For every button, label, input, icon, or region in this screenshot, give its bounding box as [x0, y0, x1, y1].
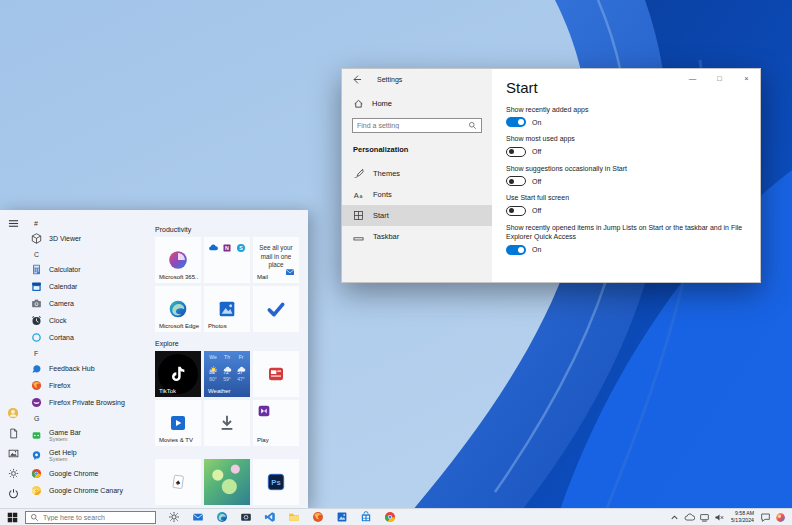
tray-volume[interactable] [712, 512, 727, 523]
settings-search-box[interactable] [352, 118, 482, 133]
settings-search-input[interactable] [357, 122, 457, 129]
search-icon [30, 513, 39, 522]
settings-nav-fonts[interactable]: AaFonts [342, 184, 492, 205]
hamburger-icon [8, 218, 19, 229]
tile-office-apps[interactable]: NS [204, 237, 250, 283]
tile-photoshop-express[interactable]: Ps [253, 459, 299, 505]
rail-pictures-button[interactable] [8, 448, 19, 459]
clockapp-icon [31, 315, 42, 326]
svg-text:Ps: Ps [271, 478, 280, 487]
app-item-calendar[interactable]: Calendar [26, 278, 150, 295]
gear-icon [8, 468, 19, 479]
news-interests-icon [775, 512, 786, 523]
settings-nav-start[interactable]: Start [342, 205, 492, 226]
taskbar-edge-button[interactable] [210, 511, 234, 523]
toggle-switch[interactable] [506, 206, 526, 216]
taskbar-firefox-button[interactable] [306, 511, 330, 523]
back-icon[interactable] [351, 74, 362, 85]
app-item-cortana[interactable]: Cortana [26, 329, 150, 346]
clock-date: 5/13/2024 [731, 517, 754, 524]
tray-onedrive[interactable] [682, 512, 697, 523]
app-item-feedback-hub[interactable]: Feedback Hub [26, 360, 150, 377]
app-item-clock[interactable]: Clock [26, 312, 150, 329]
tile-game-art[interactable] [204, 459, 250, 505]
account-icon [7, 407, 19, 419]
rail-account-button[interactable] [7, 407, 19, 419]
close-button[interactable]: × [733, 69, 760, 89]
tile-play[interactable]: Play [253, 400, 299, 446]
todo-icon [266, 299, 286, 319]
taskbar-clock[interactable]: 9:58 AM5/13/2024 [731, 510, 754, 524]
tray-network[interactable] [697, 512, 712, 523]
sidebar-item-home[interactable]: Home [353, 98, 492, 109]
solitaire-icon: ♠ [168, 472, 188, 492]
taskbar-search-box[interactable] [25, 511, 156, 524]
settings-window: Settings Home Personalization ThemesAaFo… [341, 68, 761, 283]
app-item-firefox-private-browsing[interactable]: Firefox Private Browsing [26, 394, 150, 411]
rail-settings-button[interactable] [8, 468, 19, 479]
app-item-firefox[interactable]: Firefox [26, 377, 150, 394]
minimize-button[interactable]: — [679, 69, 706, 89]
weather-day-col: We86°60° [206, 354, 220, 382]
tile-microsoft-365[interactable]: Microsoft 365.. [155, 237, 201, 283]
app-item-3d-viewer[interactable]: 3D Viewer [26, 230, 150, 247]
tile-downloading-app[interactable] [204, 400, 250, 446]
app-item-google-chrome[interactable]: Google Chrome [26, 465, 150, 482]
app-section-F[interactable]: F [26, 346, 150, 360]
volume-icon [714, 512, 725, 523]
app-section-#[interactable]: # [26, 216, 150, 230]
taskbar-settings-button[interactable] [162, 511, 186, 523]
tray-action-center[interactable] [758, 512, 773, 523]
taskbar-file-explorer-button[interactable] [282, 511, 306, 523]
settings-nav: ThemesAaFontsStartTaskbar [342, 163, 492, 247]
toggle-switch[interactable] [506, 245, 526, 255]
app-item-game-bar[interactable]: Game BarSystem [26, 425, 150, 445]
tile-to-do[interactable] [253, 286, 299, 332]
tile-tiktok[interactable]: TikTok [155, 351, 201, 397]
taskbar-photos-button[interactable] [330, 511, 354, 523]
start-tiles: ProductivityMicrosoft 365..NSSee all you… [150, 210, 308, 505]
setting-toggle-row: Show most used appsOff [506, 134, 760, 156]
toggle-switch[interactable] [506, 147, 526, 157]
rail-power-button[interactable] [8, 488, 19, 499]
taskbar-mail-button[interactable] [186, 511, 210, 523]
toggle-switch[interactable] [506, 176, 526, 186]
app-section-G[interactable]: G [26, 411, 150, 425]
taskbar-camera-button[interactable] [234, 511, 258, 523]
tile-news[interactable] [253, 351, 299, 397]
settings-nav-taskbar[interactable]: Taskbar [342, 226, 492, 247]
taskbar-search-input[interactable] [43, 514, 143, 521]
tile-microsoft-edge[interactable]: Microsoft Edge [155, 286, 201, 332]
start-button[interactable] [0, 512, 25, 523]
app-item-calculator[interactable]: Calculator [26, 261, 150, 278]
cortana-icon [31, 332, 42, 343]
app-item-get-help[interactable]: Get HelpSystem [26, 445, 150, 465]
taskbar-chrome-button[interactable] [378, 511, 402, 523]
toggle-label: Show recently added apps [506, 105, 760, 114]
rail-menu-button[interactable] [8, 218, 19, 229]
tile-movies-tv[interactable]: Movies & TV [155, 400, 201, 446]
app-section-C[interactable]: C [26, 247, 150, 261]
tile-mail[interactable]: See all your mail in one placeMail [253, 237, 299, 283]
toggle-switch[interactable] [506, 117, 526, 127]
rail-documents-button[interactable] [8, 428, 19, 439]
tile-solitaire[interactable]: ♠ [155, 459, 201, 505]
ps-icon: Ps [266, 472, 286, 492]
tray-news-interests[interactable] [773, 512, 788, 523]
tray-hidden-icons[interactable] [667, 512, 682, 523]
tile-photos[interactable]: Photos [204, 286, 250, 332]
weather-low: 47° [234, 376, 248, 383]
tile-weather[interactable]: We86°60°Th72°59°Fr57°47°Weather [204, 351, 250, 397]
power-icon [8, 488, 19, 499]
settings-nav-themes[interactable]: Themes [342, 163, 492, 184]
app-item-camera[interactable]: Camera [26, 295, 150, 312]
section-letter: G [34, 415, 39, 422]
app-item-google-chrome-canary[interactable]: Google Chrome Canary [26, 482, 150, 499]
maximize-button[interactable]: □ [706, 69, 733, 89]
taskbar-store-button[interactable] [354, 511, 378, 523]
canary-icon [31, 485, 42, 496]
toggle-line: On [506, 117, 760, 127]
office-icons: NS [204, 243, 250, 253]
setting-toggle-row: Use Start full screenOff [506, 193, 760, 215]
taskbar-vscode-button[interactable] [258, 511, 282, 523]
